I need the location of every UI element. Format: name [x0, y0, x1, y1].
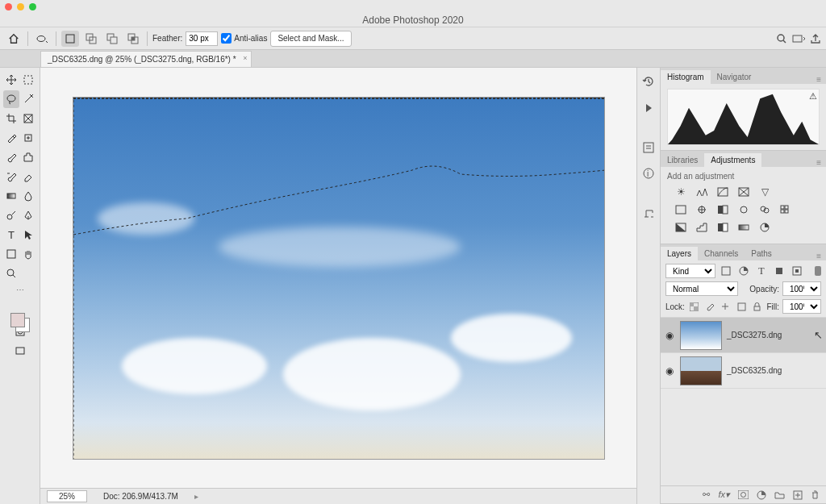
panel-menu-icon[interactable]: ≡: [811, 75, 826, 84]
cache-warning-icon[interactable]: ⚠: [809, 91, 817, 102]
antialias-checkbox[interactable]: Anti-alias: [221, 33, 267, 44]
link-layers-icon[interactable]: ⚯: [703, 489, 710, 500]
path-select-tool[interactable]: [21, 226, 37, 244]
properties-icon[interactable]: [641, 140, 656, 155]
layer-thumbnail[interactable]: [680, 321, 722, 350]
search-icon[interactable]: [776, 33, 787, 44]
selection-add[interactable]: [82, 31, 100, 47]
tab-channels[interactable]: Channels: [698, 247, 745, 260]
visibility-icon[interactable]: ◉: [664, 330, 675, 341]
filter-type-icon[interactable]: T: [754, 264, 769, 277]
filter-smart-icon[interactable]: [790, 264, 804, 277]
channel-mixer-icon[interactable]: [757, 203, 772, 216]
opacity-select[interactable]: 100%: [782, 281, 821, 296]
lasso-tool[interactable]: [3, 90, 19, 108]
new-fill-adjustment-icon[interactable]: [757, 490, 766, 500]
shape-tool[interactable]: [3, 245, 19, 263]
history-brush-tool[interactable]: [3, 168, 19, 185]
document-tab[interactable]: _DSC6325.dng @ 25% (_DSC3275.dng, RGB/16…: [40, 51, 252, 67]
fill-select[interactable]: 100%: [782, 299, 821, 314]
invert-icon[interactable]: [674, 221, 688, 234]
dodge-tool[interactable]: [3, 206, 19, 224]
info-icon[interactable]: i: [641, 166, 656, 181]
feather-input[interactable]: [186, 31, 218, 46]
marquee-tool[interactable]: [21, 71, 37, 89]
tab-adjustments[interactable]: Adjustments: [704, 153, 761, 167]
type-tool[interactable]: T: [3, 226, 19, 244]
frame-tool[interactable]: [21, 110, 37, 127]
character-icon[interactable]: [641, 206, 656, 221]
tool-preset[interactable]: [33, 31, 51, 47]
minimize-window[interactable]: [17, 3, 24, 10]
color-balance-icon[interactable]: [695, 203, 709, 216]
layer-name[interactable]: _DSC6325.dng: [727, 366, 782, 375]
zoom-field[interactable]: 25%: [47, 490, 87, 502]
hue-icon[interactable]: [674, 203, 688, 216]
levels-icon[interactable]: [695, 185, 709, 198]
canvas[interactable]: [40, 68, 636, 488]
photo-filter-icon[interactable]: [736, 203, 751, 216]
clone-tool[interactable]: [21, 148, 37, 166]
selection-new[interactable]: [61, 31, 79, 47]
layer-fx-icon[interactable]: fx▾: [718, 489, 730, 500]
filter-adjust-icon[interactable]: [736, 264, 751, 277]
actions-icon[interactable]: [641, 100, 656, 115]
bw-icon[interactable]: [715, 203, 730, 216]
panel-menu-icon[interactable]: ≡: [811, 158, 826, 167]
visibility-icon[interactable]: ◉: [664, 365, 675, 377]
eyedropper-tool[interactable]: [3, 129, 19, 147]
healing-tool[interactable]: [21, 129, 37, 147]
selection-subtract[interactable]: [103, 31, 121, 47]
layer-mask-icon[interactable]: [738, 490, 749, 499]
close-window[interactable]: [5, 3, 12, 10]
new-layer-icon[interactable]: [793, 490, 803, 500]
delete-layer-icon[interactable]: [811, 490, 820, 500]
brush-tool[interactable]: [3, 148, 19, 166]
selection-intersect[interactable]: [124, 31, 142, 47]
maximize-window[interactable]: [29, 3, 36, 10]
posterize-icon[interactable]: [695, 221, 709, 234]
lock-pixels-icon[interactable]: [703, 300, 716, 313]
layer-row[interactable]: ◉ _DSC3275.dng ↖: [661, 318, 826, 353]
select-and-mask-button[interactable]: Select and Mask...: [270, 31, 351, 47]
vibrance-icon[interactable]: ▽: [757, 185, 772, 198]
layer-row[interactable]: ◉ _DSC6325.dng: [661, 353, 826, 389]
eraser-tool[interactable]: [21, 168, 37, 185]
tab-navigator[interactable]: Navigator: [711, 70, 758, 84]
edit-toolbar[interactable]: ⋯: [3, 284, 36, 295]
close-tab-icon[interactable]: ×: [243, 54, 247, 62]
tab-paths[interactable]: Paths: [745, 247, 778, 260]
gradient-tool[interactable]: [3, 187, 19, 205]
magic-wand-tool[interactable]: [21, 90, 37, 108]
layer-filter-kind[interactable]: Kind: [665, 264, 715, 278]
brightness-icon[interactable]: ☀: [674, 185, 688, 198]
tab-histogram[interactable]: Histogram: [661, 70, 711, 84]
blur-tool[interactable]: [21, 187, 37, 205]
exposure-icon[interactable]: [736, 185, 751, 198]
layer-name[interactable]: _DSC3275.dng: [727, 331, 782, 339]
filter-shape-icon[interactable]: [772, 264, 786, 277]
lock-position-icon[interactable]: [720, 300, 732, 313]
lock-transparent-icon[interactable]: [688, 300, 701, 313]
filter-toggle[interactable]: [815, 266, 821, 276]
filter-pixel-icon[interactable]: [719, 264, 733, 277]
new-group-icon[interactable]: [774, 490, 785, 499]
lock-all-icon[interactable]: [751, 300, 764, 313]
blend-mode-select[interactable]: Normal: [665, 281, 738, 296]
gradient-map-icon[interactable]: [736, 221, 751, 234]
tab-layers[interactable]: Layers: [661, 247, 698, 260]
tab-libraries[interactable]: Libraries: [661, 153, 704, 167]
crop-tool[interactable]: [3, 110, 19, 127]
zoom-tool[interactable]: [3, 264, 19, 282]
lock-artboard-icon[interactable]: [735, 300, 748, 313]
hand-tool[interactable]: [21, 245, 37, 263]
curves-icon[interactable]: [715, 185, 730, 198]
layer-thumbnail[interactable]: [680, 356, 722, 385]
move-tool[interactable]: [3, 71, 19, 89]
history-icon[interactable]: [641, 74, 656, 89]
workspace-switcher[interactable]: [792, 33, 805, 44]
color-lookup-icon[interactable]: [778, 203, 793, 216]
selective-color-icon[interactable]: [757, 221, 772, 234]
panel-menu-icon[interactable]: ≡: [811, 252, 826, 260]
threshold-icon[interactable]: [715, 221, 730, 234]
